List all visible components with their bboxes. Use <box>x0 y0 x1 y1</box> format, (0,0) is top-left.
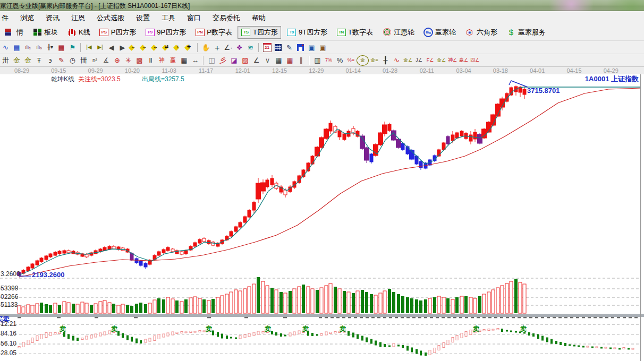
first-page-icon[interactable]: |◀ <box>83 42 95 52</box>
percent-fall-icon[interactable]: 7% <box>323 56 334 65</box>
hand-tool-icon[interactable]: ✋ <box>200 42 211 52</box>
gann-wheel-button[interactable]: 江恩轮 <box>378 26 418 39</box>
menu-item-工具[interactable]: 工具 <box>156 11 181 23</box>
gold-angle-icon[interactable]: 金∠ <box>436 56 447 65</box>
menu-item-江恩[interactable]: 江恩 <box>65 11 91 23</box>
last-page-icon[interactable]: ▶| <box>95 42 106 52</box>
span-arrows-icon[interactable]: ↔ <box>190 56 201 65</box>
f-angle-icon[interactable]: F∠ <box>425 56 436 65</box>
menu-item-件[interactable]: 件 <box>0 11 14 23</box>
shift-right-icon[interactable]: → <box>139 42 150 52</box>
spider-web-icon[interactable]: ✳ <box>123 56 134 65</box>
flag-histogram-icon[interactable]: ⚑ <box>67 42 78 52</box>
grid-ruler-icon[interactable]: 卌 <box>78 56 89 65</box>
grid-red-icon[interactable]: ▦ <box>284 56 295 65</box>
gold-fan-icon[interactable]: 金∠ <box>402 56 413 65</box>
gold-band-icon[interactable]: 金 <box>22 56 33 65</box>
gold-circle-icon[interactable]: 金 <box>357 55 369 66</box>
candle-style-icon[interactable]: ╂▾ <box>45 42 56 52</box>
parallel-lines-icon[interactable]: ∥ <box>295 56 307 65</box>
shift-left-icon[interactable]: ← <box>128 42 139 52</box>
gold-section-icon[interactable]: 金 <box>11 56 22 65</box>
angle-tool-icon[interactable]: ∠· <box>223 42 234 52</box>
square-web-icon[interactable]: ▩ <box>134 56 145 65</box>
menu-item-资讯[interactable]: 资讯 <box>40 11 65 23</box>
chart-area[interactable]: 卖卖卖卖卖卖卖卖 乾坤K线 关注线=3023.5 出局线=3257.5 1A00… <box>0 74 644 361</box>
angle-measure-icon[interactable]: ∡ <box>100 56 112 65</box>
hexagon-button[interactable]: 六角形 <box>461 26 501 39</box>
price-pen-icon[interactable]: ╂ <box>380 56 391 65</box>
compress-h-icon[interactable]: ⇄ <box>162 42 173 52</box>
percent-icon[interactable]: % <box>334 56 345 65</box>
wave-tool-icon[interactable]: ≋ <box>245 42 256 52</box>
9t-square-button[interactable]: T99T四方形 <box>283 26 331 39</box>
t-square-button[interactable]: TST四方形 <box>238 26 281 39</box>
t-table-button[interactable]: TNT数字表 <box>333 26 376 39</box>
menu-item-窗口[interactable]: 窗口 <box>181 11 207 23</box>
title-bar[interactable]: 家江恩专业版[赢家内部服务平台] - [上证指数 SH1A0001-167日K线… <box>0 0 644 11</box>
winner-wheel-button-label: 赢家轮 <box>435 28 456 37</box>
info-list-icon[interactable]: ▤ <box>11 42 22 52</box>
memo-icon[interactable]: ✎ <box>284 42 295 52</box>
menu-item-设置[interactable]: 设置 <box>130 11 156 23</box>
sector-button[interactable]: 板块 <box>29 26 61 39</box>
pen-icon[interactable]: ✎ <box>56 56 67 65</box>
menu-item-帮助[interactable]: 帮助 <box>246 11 272 23</box>
zigzag-icon[interactable]: ∨ <box>262 56 273 65</box>
win-tool-icon[interactable]: 赢 <box>167 56 179 65</box>
prev-icon[interactable]: ◀ <box>106 42 117 52</box>
spiral-icon[interactable]: ϶ <box>45 56 56 65</box>
fibonacci-icon[interactable]: Ŧ <box>33 56 45 65</box>
fan-lines-icon[interactable]: 彡 <box>217 56 228 65</box>
si-angle-icon[interactable]: 四∠ <box>469 56 480 65</box>
zoom-in-icon[interactable]: ✚ <box>184 42 195 52</box>
bar-stats-icon[interactable]: ▥ <box>312 56 323 65</box>
shaded-box-icon[interactable]: ▨ <box>240 56 251 65</box>
quote-button[interactable]: 情 <box>1 26 27 39</box>
quote-button-label: 情 <box>16 28 23 37</box>
calculator-icon[interactable] <box>273 42 284 52</box>
window-frame-icon[interactable]: ◫ <box>206 56 217 65</box>
next-icon[interactable]: ▶ <box>117 42 128 52</box>
crosshair-tool-icon[interactable]: ＋ <box>211 42 223 52</box>
pattern-icon[interactable]: ▦ <box>56 42 67 52</box>
kline-chart[interactable]: 卖卖卖卖卖卖卖卖 <box>0 74 644 361</box>
bars-3-icon[interactable]: ılı₃ <box>22 42 33 52</box>
menu-item-交易委托[interactable]: 交易委托 <box>207 11 246 23</box>
send-data-icon[interactable]: ▣ <box>306 42 317 52</box>
calendar-icon[interactable]: 21 <box>261 42 273 52</box>
wave-count-icon[interactable]: Ⅱ <box>145 56 156 65</box>
win-angle-icon[interactable]: 赢∠ <box>458 56 469 65</box>
remote-data-icon[interactable]: ▣ <box>317 42 328 52</box>
gann-shape-icon[interactable]: ❖ <box>234 42 245 52</box>
9p-square-button[interactable]: P99P四方形 <box>141 26 189 39</box>
target-circle-icon[interactable]: ⊕ <box>112 56 123 65</box>
trend-pen-icon[interactable]: ∠ <box>251 56 262 65</box>
percent-level-icon[interactable]: %≡ <box>345 56 357 65</box>
grid-black-icon[interactable]: ▦ <box>273 56 284 65</box>
symbol-label: 1A0001 上证指数 <box>585 75 639 82</box>
p-square-button[interactable]: PSP四方形 <box>96 26 140 39</box>
shen-angle-icon[interactable]: 神∠ <box>447 56 458 65</box>
winner-wheel-button[interactable]: Big赢家轮 <box>420 26 459 39</box>
p-table-button[interactable]: PNP数字表 <box>191 26 235 39</box>
shen-tool-icon[interactable]: 神 <box>156 56 167 65</box>
dense-grid-icon[interactable]: ▦ <box>179 56 190 65</box>
cycle-clock-icon[interactable]: ◷ <box>67 56 78 65</box>
expand-h-icon[interactable]: ↔ <box>150 42 162 52</box>
gold-level-icon[interactable]: 金≡ <box>369 56 380 65</box>
ruler-icon[interactable]: 卅 <box>0 56 11 65</box>
9t-square-button-icon: T9 <box>286 28 297 37</box>
wave-red-icon[interactable]: ∿ <box>391 56 402 65</box>
menu-item-公式选股[interactable]: 公式选股 <box>91 11 130 23</box>
kline-button[interactable]: K线 <box>63 26 94 39</box>
n-square-icon[interactable]: n² <box>89 56 100 65</box>
fan-box-icon[interactable]: ◪ <box>228 56 240 65</box>
j-angle-icon[interactable]: J∠ <box>413 56 425 65</box>
zoom-out-icon[interactable]: ＋ <box>173 42 184 52</box>
winner-service-button[interactable]: $赢家服务 <box>503 26 549 39</box>
save-icon[interactable] <box>295 42 306 52</box>
menu-item-浏览[interactable]: 浏览 <box>14 11 40 23</box>
draw-icon[interactable]: ∿ <box>0 42 11 52</box>
bars-9-icon[interactable]: ılı₉ <box>33 42 45 52</box>
